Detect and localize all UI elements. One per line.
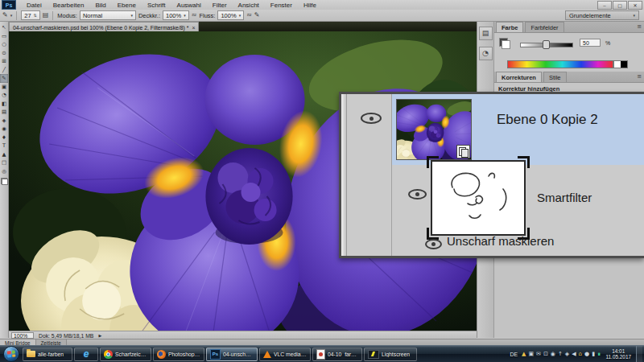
- menu-schrift[interactable]: Schrift: [142, 2, 171, 9]
- selected-layer-row[interactable]: Ebene 0 Kopie 2: [392, 94, 644, 165]
- lasso-tool-icon[interactable]: ○: [0, 40, 8, 49]
- dodge-tool-icon[interactable]: ◉: [0, 125, 8, 134]
- crop-tool-icon[interactable]: ⊞: [0, 57, 8, 66]
- modus-select[interactable]: Normal ▾: [80, 10, 136, 20]
- show-desktop-button[interactable]: [636, 346, 642, 362]
- brush-preset-dropdown-icon[interactable]: ▾: [10, 14, 13, 18]
- taskbar-clock[interactable]: 14:01 11.05.2017: [605, 348, 631, 360]
- taskbar-chrome-button[interactable]: Scharfzeichn...: [100, 348, 151, 361]
- start-button[interactable]: [3, 346, 19, 362]
- workspace-switcher[interactable]: Grundelemente ▾: [565, 10, 639, 20]
- white-swatch[interactable]: [614, 61, 621, 68]
- taskbar-folder-button[interactable]: alle-farben: [23, 348, 72, 361]
- tab-farbe[interactable]: Farbe: [496, 22, 523, 32]
- filter-entry-row[interactable]: Unscharf maskieren: [392, 232, 644, 257]
- background-color-swatch[interactable]: [502, 40, 510, 49]
- tray-mail-icon[interactable]: ✉: [536, 352, 541, 357]
- menu-bild[interactable]: Bild: [89, 2, 111, 9]
- menu-bearbeiten[interactable]: Bearbeiten: [47, 2, 90, 9]
- minimize-button[interactable]: –: [597, 1, 612, 10]
- brush-preset-icon[interactable]: ✎: [2, 12, 8, 19]
- tab-korrekturen[interactable]: Korrekturen: [496, 72, 542, 82]
- brush-size-field[interactable]: 27 ⇅: [21, 10, 40, 20]
- menu-fenster[interactable]: Fenster: [265, 2, 298, 9]
- tray-update-icon[interactable]: ↑: [558, 352, 563, 357]
- tray-icon[interactable]: ●: [584, 352, 589, 357]
- panel-menu-icon[interactable]: ≡: [637, 74, 642, 80]
- collapsed-panel-icon-1[interactable]: ▤: [479, 27, 493, 40]
- mask-scribbles: [432, 162, 521, 231]
- brush-tool-icon[interactable]: ✎: [0, 74, 8, 83]
- taskbar-vlc-button[interactable]: VLC media p...: [259, 348, 311, 361]
- menu-auswahl[interactable]: Auswahl: [171, 2, 207, 9]
- tab-farbfelder[interactable]: Farbfelder: [525, 22, 564, 32]
- filter-mask-thumbnail[interactable]: [431, 160, 526, 236]
- tray-icon[interactable]: ◈: [565, 352, 569, 357]
- shape-tool-icon[interactable]: □: [0, 158, 8, 167]
- path-selection-tool-icon[interactable]: ▲: [0, 150, 8, 159]
- language-indicator[interactable]: DE: [510, 352, 518, 357]
- blur-tool-icon[interactable]: ◈: [0, 117, 8, 125]
- tray-volume-icon[interactable]: ▮: [592, 352, 595, 357]
- color-swatches[interactable]: [1, 178, 8, 185]
- quick-selection-tool-icon[interactable]: ⊙: [0, 49, 8, 58]
- zoom-level-field[interactable]: 100%: [11, 332, 34, 339]
- marquee-tool-icon[interactable]: ▭: [0, 32, 8, 41]
- collapsed-panel-icon-2[interactable]: ◔: [479, 47, 493, 60]
- tray-warning-icon[interactable]: ▲: [522, 352, 526, 357]
- taskbar-firefox-button[interactable]: Photoshop E...: [153, 348, 204, 361]
- maximize-button[interactable]: ▢: [613, 1, 627, 10]
- filter-visibility-eye-icon[interactable]: [408, 189, 427, 200]
- taskbar-lightscreen-button[interactable]: Lightscreen: [364, 348, 417, 361]
- eraser-tool-icon[interactable]: ◧: [0, 100, 8, 109]
- grayscale-value-field[interactable]: 50: [580, 39, 601, 47]
- black-swatch[interactable]: [621, 61, 627, 68]
- filter-entry-label[interactable]: Unscharf maskieren: [447, 234, 554, 248]
- menu-datei[interactable]: Datei: [21, 2, 47, 9]
- grayscale-slider-handle[interactable]: [543, 40, 550, 49]
- close-button[interactable]: ✕: [628, 1, 642, 10]
- color-spectrum-ramp[interactable]: [507, 60, 613, 68]
- history-brush-tool-icon[interactable]: ◔: [0, 91, 8, 100]
- tab-stile[interactable]: Stile: [543, 72, 567, 82]
- status-popup-arrow-icon[interactable]: ▶: [98, 334, 101, 338]
- airbrush-icon[interactable]: ≈: [246, 12, 252, 19]
- menu-hilfe[interactable]: Hilfe: [298, 2, 322, 9]
- gradient-tool-icon[interactable]: ▤: [0, 108, 8, 117]
- menu-ansicht[interactable]: Ansicht: [233, 2, 265, 9]
- background-color-swatch[interactable]: [2, 179, 8, 185]
- tab-close-icon[interactable]: ×: [192, 25, 195, 31]
- layer-thumbnail[interactable]: [396, 99, 472, 160]
- spectrum-bw-swatches[interactable]: [613, 60, 628, 68]
- type-tool-icon[interactable]: T: [0, 142, 8, 150]
- pen-tool-icon[interactable]: ♦: [0, 134, 8, 142]
- taskbar-photoshop-button[interactable]: Ps 04-unscharf...: [206, 348, 258, 361]
- deckkraft-select[interactable]: 100% ▾: [163, 10, 189, 20]
- zoom-tool-icon[interactable]: ◎: [0, 167, 8, 176]
- pencil-pressure-icon[interactable]: ✎: [254, 12, 260, 19]
- menu-filter[interactable]: Filter: [207, 2, 233, 9]
- tray-home-icon[interactable]: ⌂: [579, 352, 582, 357]
- taskbar-ie-button[interactable]: e: [74, 348, 98, 361]
- layer-visibility-eye-icon[interactable]: [361, 113, 382, 124]
- toggle-brush-panel-icon[interactable]: ▤: [43, 12, 49, 19]
- panel-color-swatches[interactable]: [499, 38, 510, 49]
- fluss-select[interactable]: 100% ▾: [217, 10, 244, 20]
- eyedropper-tool-icon[interactable]: ╱: [0, 66, 8, 75]
- unsharp-mask-eye-icon[interactable]: [425, 239, 442, 249]
- tray-icon[interactable]: ◀: [572, 352, 576, 357]
- pressure-opacity-icon[interactable]: ≈: [192, 12, 197, 19]
- photoshop-icon: Ps: [210, 349, 221, 360]
- tray-icon[interactable]: ◉: [551, 352, 555, 357]
- taskbar-pdf-button[interactable]: 04-10_farba...: [312, 348, 362, 361]
- layer-name[interactable]: Ebene 0 Kopie 2: [497, 112, 598, 128]
- stepper-icon[interactable]: ⇅: [34, 14, 37, 18]
- doc-size-info: Dok: 5,49 MB/18,1 MB: [39, 333, 93, 339]
- clone-stamp-tool-icon[interactable]: ▣: [0, 83, 8, 92]
- tray-icon[interactable]: ⊡: [543, 352, 548, 357]
- panel-menu-icon[interactable]: ≡: [637, 24, 642, 30]
- tray-status-icon[interactable]: ∎: [597, 352, 601, 357]
- move-tool-icon[interactable]: ↖: [0, 23, 8, 32]
- menu-ebene[interactable]: Ebene: [112, 2, 142, 9]
- tray-icon[interactable]: ▣: [528, 352, 534, 357]
